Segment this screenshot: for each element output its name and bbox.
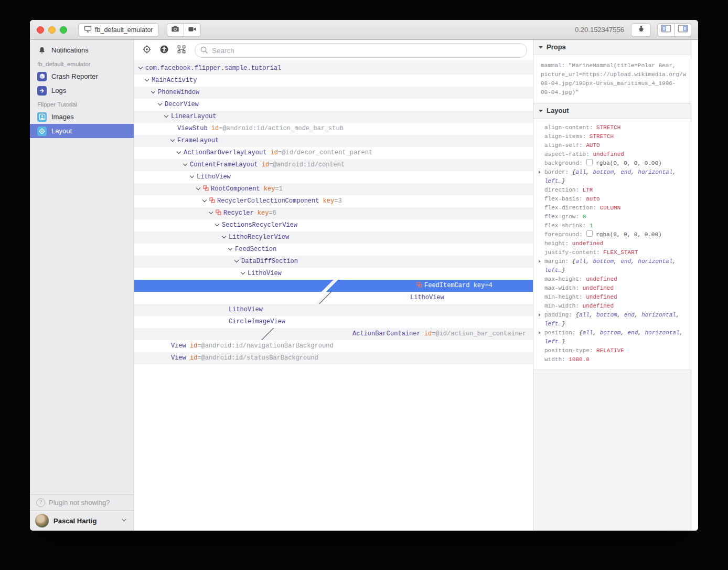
chevron-down-icon[interactable]: [222, 234, 226, 238]
tree-row[interactable]: SectionsRecyclerView: [134, 219, 533, 231]
tree-row[interactable]: ActionBarOverlayLayout id=@id/decor_cont…: [134, 147, 533, 159]
layout-section-header[interactable]: Layout: [533, 103, 691, 119]
tree-row[interactable]: DataDiffSection: [134, 256, 533, 268]
tree-row[interactable]: ActionBarContainer id=@id/action_bar_con…: [134, 328, 533, 340]
sidebar-item-crash-reporter[interactable]: Crash Reporter: [30, 69, 134, 83]
layout-prop-max-width[interactable]: max-width: undefined: [533, 284, 691, 293]
tree-row[interactable]: LithoRecylerView: [134, 231, 533, 244]
chevron-down-icon[interactable]: [164, 113, 168, 118]
minimize-window-button[interactable]: [48, 26, 56, 34]
tree-row[interactable]: LithoView: [134, 268, 533, 280]
layout-prop-justify-content[interactable]: justify-content: FLEX_START: [533, 248, 691, 257]
tree-row[interactable]: CircleImageView: [134, 316, 533, 328]
tree-row[interactable]: LithoView: [134, 171, 533, 183]
tree-row[interactable]: FeedItemCard key=4: [134, 280, 533, 292]
chevron-down-icon[interactable]: [138, 65, 143, 69]
layout-prop-value: AUTO: [586, 142, 599, 149]
user-menu[interactable]: Pascal Hartig: [30, 510, 134, 531]
chevron-down-icon[interactable]: [202, 198, 207, 202]
tree-row[interactable]: ViewStub id=@android:id/action_mode_bar_…: [134, 123, 533, 135]
sidebar-item-layout[interactable]: Layout: [30, 124, 134, 138]
color-checkbox[interactable]: [586, 159, 593, 165]
tree-row[interactable]: View id=@android:id/statusBarBackground: [134, 352, 533, 364]
layout-prop-position-type[interactable]: position-type: RELATIVE: [533, 346, 691, 355]
chevron-down-icon[interactable]: [228, 246, 232, 250]
screenshot-button[interactable]: [167, 23, 184, 37]
layout-prop-flex-grow[interactable]: flex-grow: 0: [533, 213, 691, 221]
layout-prop-padding[interactable]: padding: {all, bottom, end, horizontal, …: [533, 311, 691, 329]
tree-row[interactable]: DecorView: [134, 99, 533, 111]
chevron-right-icon[interactable]: [207, 328, 326, 340]
color-checkbox[interactable]: [586, 230, 593, 237]
tree-row[interactable]: FrameLayout: [134, 135, 533, 147]
sidebar-item-logs[interactable]: Logs: [30, 83, 134, 98]
toggle-left-panel-button[interactable]: [657, 23, 675, 37]
bug-report-button[interactable]: [631, 23, 651, 37]
tree-row[interactable]: FeedSection: [134, 244, 533, 256]
chevron-right-icon[interactable]: [264, 292, 384, 304]
layout-prop-align-self[interactable]: align-self: AUTO: [533, 141, 691, 150]
zoom-window-button[interactable]: [60, 26, 67, 34]
tree-row[interactable]: LithoView: [134, 292, 533, 304]
layout-prop-direction[interactable]: direction: LTR: [533, 186, 691, 195]
chevron-down-icon[interactable]: [145, 77, 149, 81]
tree-row[interactable]: com.facebook.flipper.sample.tutorial: [134, 62, 533, 75]
layout-prop-flex-direction[interactable]: flex-direction: COLUMN: [533, 204, 691, 213]
layout-prop-min-width[interactable]: min-width: undefined: [533, 302, 691, 311]
layout-prop-height[interactable]: height: undefined: [533, 239, 691, 248]
tree-row[interactable]: LithoView: [134, 304, 533, 316]
chevron-down-icon[interactable]: [234, 258, 239, 262]
layout-prop-flex-shrink[interactable]: flex-shrink: 1: [533, 221, 691, 230]
chevron-down-icon[interactable]: [170, 138, 175, 142]
chevron-down-icon[interactable]: [183, 162, 187, 166]
props-section-header[interactable]: Props: [533, 40, 691, 55]
hierarchy-button[interactable]: [174, 43, 189, 58]
chevron-down-icon[interactable]: [158, 101, 162, 105]
inspector-scrollbar-track[interactable]: [691, 40, 698, 531]
layout-prop-align-content[interactable]: align-content: STRETCH: [533, 123, 691, 132]
layout-prop-min-height[interactable]: min-height: undefined: [533, 293, 691, 302]
target-mode-button[interactable]: [140, 43, 154, 58]
device-selector-button[interactable]: fb_default_emulator: [78, 23, 159, 37]
tree-row[interactable]: View id=@android:id/navigationBarBackgro…: [134, 340, 533, 352]
screen-record-button[interactable]: [184, 23, 201, 37]
toggle-right-panel-button[interactable]: [675, 23, 691, 37]
chevron-down-icon[interactable]: [177, 150, 181, 154]
chevron-right-icon[interactable]: [271, 280, 390, 292]
layout-prop-border[interactable]: border: {all, bottom, end, horizontal, l…: [533, 168, 691, 186]
tree-node-name: LithoView: [197, 173, 231, 181]
layout-prop-width[interactable]: width: 1080.0: [533, 355, 691, 364]
accessibility-mode-button[interactable]: [157, 43, 172, 58]
spacer: [258, 161, 262, 168]
tree-row[interactable]: ContentFrameLayout id=@android:id/conten…: [134, 159, 533, 171]
tree-row[interactable]: LinearLayout: [134, 111, 533, 123]
tree-row[interactable]: RecyclerCollectionComponent key=3: [134, 195, 533, 207]
layout-prop-flex-basis[interactable]: flex-basis: auto: [533, 195, 691, 204]
layout-prop-foreground[interactable]: foreground: rgba(0, 0, 0, 0.00): [533, 230, 691, 239]
tree-row[interactable]: MainActivity: [134, 75, 533, 87]
tree-row[interactable]: PhoneWindow: [134, 87, 533, 99]
sidebar-item-images[interactable]: Images: [30, 110, 134, 124]
search-input[interactable]: [195, 43, 527, 58]
tree-node-attr-name: id: [424, 330, 432, 337]
tree-row[interactable]: RootComponent key=1: [134, 183, 533, 195]
layout-prop-position[interactable]: position: {all, bottom, end, horizontal,…: [533, 329, 691, 346]
layout-prop-background[interactable]: background: rgba(0, 0, 0, 0.00): [533, 159, 691, 168]
layout-prop-align-items[interactable]: align-items: STRETCH: [533, 132, 691, 141]
chevron-down-icon[interactable]: [215, 222, 219, 226]
sidebar-item-notifications[interactable]: Notifications: [30, 43, 134, 57]
layout-prop-value: STRETCH: [590, 133, 614, 140]
plugin-not-showing-link[interactable]: ? Plugin not showing?: [30, 494, 134, 510]
comma: ,: [593, 330, 599, 336]
chevron-down-icon[interactable]: [190, 174, 194, 178]
spacer: [579, 285, 583, 291]
chevron-down-icon[interactable]: [151, 89, 155, 93]
chevron-down-icon[interactable]: [196, 186, 200, 190]
chevron-down-icon[interactable]: [209, 210, 213, 214]
chevron-down-icon[interactable]: [241, 270, 245, 275]
tree-row[interactable]: Recycler key=6: [134, 207, 533, 219]
layout-prop-max-height[interactable]: max-height: undefined: [533, 275, 691, 284]
layout-prop-margin[interactable]: margin: {all, bottom, end, horizontal, l…: [533, 257, 691, 275]
close-window-button[interactable]: [37, 26, 44, 34]
layout-prop-aspect-ratio[interactable]: aspect-ratio: undefined: [533, 150, 691, 159]
